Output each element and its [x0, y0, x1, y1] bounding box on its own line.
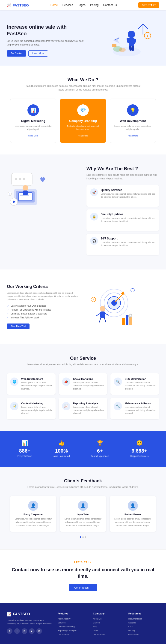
nav-cta-button[interactable]: GET START — [138, 2, 159, 8]
social-youtube[interactable]: ▶ — [29, 628, 35, 634]
feature-support: 🎧 24/7 Support Lorem ipsum dolor sit ame… — [86, 234, 159, 255]
nav-logo: 📈 FASTSEO — [7, 3, 29, 7]
reporting-service-desc: Lorem ipsum dolor sit amet consectetur a… — [73, 406, 104, 415]
social-twitter[interactable]: t — [14, 628, 20, 634]
cta-section: LET'S TALK Contact now to see us more di… — [0, 549, 166, 603]
footer-col-features: Features About Agency Services Content M… — [58, 612, 88, 637]
nav-contact[interactable]: Contact Us — [103, 4, 117, 7]
footer-features-item-2[interactable]: Content Marketing — [58, 626, 88, 628]
footer-resources-item-2[interactable]: FAQ — [128, 626, 159, 628]
hero-illustration: $ — [99, 22, 159, 59]
footer-resources-item-0[interactable]: Documentation — [128, 618, 159, 620]
why-best-section: ↗ Why We Are The Best ? Nam libero tempo… — [0, 154, 166, 270]
reporting-service-text: Reporting & Analysis Lorem ipsum dolor s… — [73, 402, 104, 415]
webdev-service-icon: 🌐 — [10, 378, 18, 386]
footer-features-item-0[interactable]: About Agency — [58, 618, 88, 620]
feedback-desc: Lorem ipsum dolor sit amet, consectetur … — [25, 485, 141, 489]
quality-text: Quality Services Lorem ipsum dolor sit a… — [101, 188, 156, 204]
dot-3[interactable] — [85, 536, 86, 538]
security-title: Security Updates — [101, 213, 156, 216]
hero-desc: Let us know the marketing challenges tha… — [7, 39, 85, 47]
footer-resources-item-4[interactable]: Get Started — [128, 634, 159, 636]
check-icon-2: ✓ — [7, 308, 9, 311]
footer-features-item-3[interactable]: Reporting & Analysis — [58, 630, 88, 632]
jobs-number: 100% — [53, 448, 70, 454]
footer-features-item-1[interactable]: Services — [58, 622, 88, 624]
stat-experience: 🏆 6+ Years Experience — [91, 440, 109, 458]
what-we-do-desc: Nam libero tempore, cum soluta nobis est… — [25, 84, 141, 92]
security-text: Security Updates Lorem ipsum dolor sit a… — [101, 213, 156, 228]
webdev-read-more[interactable]: Read More — [128, 134, 138, 137]
why-illustration: ↗ — [7, 166, 80, 218]
support-title: 24/7 Support — [101, 237, 156, 240]
footer-logo: 📈 FASTSEO — [7, 612, 53, 616]
support-text: 24/7 Support Lorem ipsum dolor sit amet,… — [101, 237, 156, 252]
projects-label: Projects Done — [17, 455, 32, 458]
svg-rect-23 — [23, 190, 28, 195]
projects-number: 886+ — [17, 448, 32, 454]
content-service-icon: 📝 — [10, 402, 18, 410]
working-inner: Our Working Criteria Lorem ipsum dolor s… — [7, 281, 159, 332]
content-service-desc: Lorem ipsum dolor sit amet consectetur a… — [21, 406, 52, 415]
footer-features-list: About Agency Services Content Marketing … — [58, 618, 88, 636]
svg-text:$: $ — [92, 298, 94, 301]
social-linkedin[interactable]: in — [22, 628, 27, 634]
kyle-text: Lorem ipsum dolor sit amet, consectetur … — [64, 517, 102, 527]
nav-pages[interactable]: Pages — [78, 4, 86, 7]
footer-company-list: About Us Careers Blog Press Our Partners — [93, 618, 124, 636]
customers-icon: 😊 — [130, 440, 149, 446]
stat-customers: 😊 6,688+ Happy Customers — [130, 440, 149, 458]
footer-company-item-1[interactable]: Careers — [93, 622, 124, 624]
feedback-title: Clients Feedback — [7, 478, 159, 484]
service-webdev-box: 🌐 Web Development Lorem ipsum dolor sit … — [7, 374, 56, 395]
webdev-service-title: Web Development — [21, 378, 52, 380]
dot-1[interactable] — [80, 536, 81, 538]
quality-icon: 🚀 — [90, 188, 98, 196]
nav-services[interactable]: Services — [62, 4, 73, 7]
hero-section: Increase online sale with FastSeo Let us… — [0, 10, 166, 66]
check-icon-3: ✓ — [7, 312, 9, 315]
cta-title: Contact now to see us more directly and … — [7, 566, 159, 579]
footer-company-item-3[interactable]: Press — [93, 630, 124, 632]
digital-marketing-read-more[interactable]: Read More — [28, 134, 38, 137]
footer-company-item-0[interactable]: About Us — [93, 618, 124, 620]
footer-inner: 📈 FASTSEO Lorem ipsum dolor sit amet, co… — [7, 612, 159, 637]
jobs-label: Jobs Completed — [53, 455, 70, 458]
webdev-service-text: Web Development Lorem ipsum dolor sit am… — [21, 378, 52, 391]
footer-resources-item-1[interactable]: Support — [128, 622, 159, 624]
get-started-button[interactable]: Get Started — [7, 50, 26, 56]
barry-avatar: 👤 — [28, 500, 38, 511]
footer-company-item-2[interactable]: Blog — [93, 626, 124, 628]
learn-more-button[interactable]: Learn More — [28, 50, 48, 56]
social-instagram[interactable]: ig — [36, 628, 42, 634]
footer-company-item-4[interactable]: Our Partners — [93, 634, 124, 636]
service-reporting-box: 📈 Reporting & Analysis Lorem ipsum dolor… — [59, 398, 107, 419]
svg-text:↗: ↗ — [9, 193, 10, 195]
branding-read-more[interactable]: Read More — [78, 134, 88, 137]
maintenance-service-text: Maintenance & Repair Lorem ipsum dolor s… — [125, 402, 156, 415]
dot-2[interactable] — [82, 536, 84, 538]
social-facebook[interactable]: f — [7, 628, 12, 634]
nav-pricing[interactable]: Pricing — [90, 4, 99, 7]
footer-resources-item-3[interactable]: Pricing — [128, 630, 159, 632]
digital-marketing-desc: Lorem ipsum dolor sit amet, consectetur … — [14, 124, 52, 131]
footer-features-title: Features — [58, 612, 88, 615]
webdev-service-desc: Lorem ipsum dolor sit amet consectetur a… — [21, 381, 52, 391]
nav-home[interactable]: Home — [50, 4, 58, 7]
navbar: 📈 FASTSEO Home Services Pages Pricing Co… — [0, 0, 166, 10]
checklist-item-4: ✓Increase The Agility of Work — [7, 316, 80, 319]
experience-icon: 🏆 — [91, 440, 109, 446]
svg-rect-6 — [131, 46, 134, 51]
check-icon-1: ✓ — [7, 304, 9, 307]
footer-col-resources: Resources Documentation Support FAQ Pric… — [128, 612, 159, 637]
experience-number: 6+ — [91, 448, 109, 454]
customers-label: Happy Customers — [130, 455, 149, 458]
footer-features-item-4[interactable]: Our Projects — [58, 634, 88, 636]
barry-name: Barry Carpenter — [14, 513, 53, 516]
logo-text: FASTSEO — [13, 3, 29, 7]
get-in-touch-button[interactable]: Get In Touch → — [69, 584, 97, 591]
carousel-dots — [7, 536, 159, 538]
start-free-trial-button[interactable]: Start Free Trial — [7, 324, 29, 329]
footer-desc: Lorem ipsum dolor sit amet, consectetur … — [7, 619, 53, 626]
footer-logo-text: FASTSEO — [13, 612, 30, 616]
